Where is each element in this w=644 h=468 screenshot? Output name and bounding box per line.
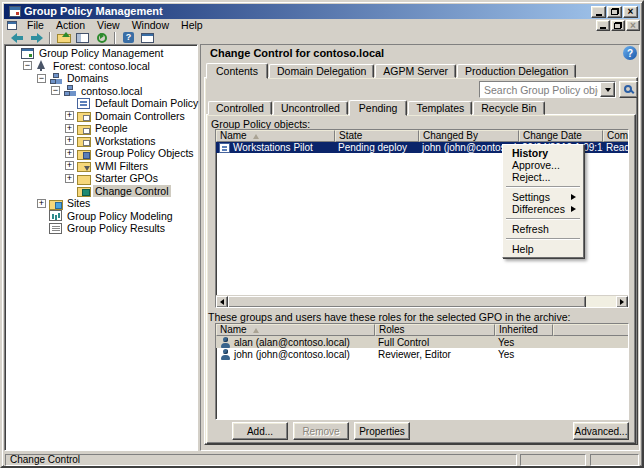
menu-item-action[interactable]: Action [50,19,91,31]
up-one-level-icon [57,32,70,43]
tree-expander[interactable]: − [23,61,32,70]
tree-item-people[interactable]: +People [6,122,196,135]
page-title: Change Control for contoso.local [210,47,384,59]
menu-bar: FileActionViewWindowHelp × [4,19,640,31]
column-header-label: Change Date [523,131,582,141]
new-window-button[interactable] [138,31,157,44]
tree-item-domain-controllers[interactable]: +Domain Controllers [6,110,196,123]
menu-item-label: Refresh [512,223,549,235]
tab-production-delegation[interactable]: Production Delegation [457,64,576,78]
tree-item-domains[interactable]: −Domains [6,72,196,85]
tree-expander[interactable]: + [65,174,74,183]
scroll-left-icon [217,299,224,305]
tab-pending[interactable]: Pending [349,100,408,116]
properties-button[interactable]: Properties [354,422,410,440]
child-window-icon[interactable] [7,21,17,30]
tab-domain-delegation[interactable]: Domain Delegation [269,64,374,78]
column-header-comment[interactable]: Comment [603,130,628,142]
tree-item-group-policy-management[interactable]: Group Policy Management [6,47,196,60]
table-row[interactable]: john (john@contoso.local)Reviewer, Edito… [216,348,628,360]
advanced-button[interactable]: Advanced... [573,422,629,440]
tree-expander[interactable]: + [37,199,46,208]
column-header-name[interactable]: Name [216,130,335,142]
restore-icon [614,22,622,29]
magnifier-icon [624,85,632,93]
menu-item-file[interactable]: File [21,19,50,31]
forest-icon [35,60,48,71]
context-menu-item-approve[interactable]: Approve... [504,159,582,171]
menu-item-view[interactable]: View [91,19,126,31]
minimize-icon [596,14,602,16]
tree-item-label: Workstations [93,135,158,147]
tree-expander[interactable]: + [65,111,74,120]
menu-item-help[interactable]: Help [175,19,209,31]
context-menu-item-differences[interactable]: Differences [504,203,582,215]
tree-item-group-policy-objects[interactable]: +Group Policy Objects [6,147,196,160]
tree-expander[interactable]: + [65,149,74,158]
column-header-changed-by[interactable]: Changed By [419,130,519,142]
tree-item-forest-contoso-local[interactable]: −Forest: contoso.local [6,60,196,73]
tree-item-default-domain-policy[interactable]: Default Domain Policy [6,97,196,110]
search-input[interactable] [480,82,600,97]
cell-name: alan (alan@contoso.local) [216,336,375,348]
table-row[interactable]: alan (alan@contoso.local)Full ControlYes [216,336,628,348]
tree-item-workstations[interactable]: +Workstations [6,135,196,148]
restore-button[interactable] [607,6,622,18]
help-button[interactable]: ? [623,46,637,60]
back-button[interactable] [8,31,27,44]
refresh-button[interactable] [92,31,111,44]
add-button[interactable]: Add... [232,422,288,440]
tree-item-contoso-local[interactable]: −contoso.local [6,85,196,98]
tree-item-starter-gpos[interactable]: +Starter GPOs [6,172,196,185]
tree-expander[interactable]: − [37,74,46,83]
up-one-level-button[interactable] [54,31,73,44]
menu-item-window[interactable]: Window [126,19,175,31]
tree-expander[interactable]: + [65,124,74,133]
column-header-roles[interactable]: Roles [375,324,495,336]
tab-agpm-server[interactable]: AGPM Server [375,64,456,78]
forward-button[interactable] [27,31,46,44]
tree-expander[interactable]: + [65,136,74,145]
tree-item-change-control[interactable]: Change Control [6,185,196,198]
context-menu-item-reject[interactable]: Reject... [504,171,582,183]
tab-templates[interactable]: Templates [408,101,472,115]
tab-controlled[interactable]: Controlled [208,101,272,115]
tree-expander[interactable]: + [65,161,74,170]
child-restore-button[interactable] [611,20,625,31]
tree-item-sites[interactable]: +Sites [6,197,196,210]
context-menu-item-help[interactable]: Help [504,243,582,255]
app-icon[interactable] [9,6,21,17]
column-header-state[interactable]: State [335,130,419,142]
roles-table: NameRolesInheritedalan (alan@contoso.loc… [215,323,629,420]
tree-expander[interactable]: − [51,86,60,95]
tab-recycle-bin[interactable]: Recycle Bin [473,101,544,115]
close-button[interactable]: × [623,6,638,18]
starter-folder-icon [77,173,90,184]
context-menu-item-refresh[interactable]: Refresh [504,223,582,235]
tree-item-group-policy-results[interactable]: Group Policy Results [6,222,196,235]
cell-inherited: Yes [495,337,553,348]
sites-folder-icon [49,198,62,209]
search-dropdown-button[interactable] [600,82,615,97]
column-header-inherited[interactable]: Inherited [495,324,553,336]
show-console-tree-button[interactable] [73,31,92,44]
search-button[interactable] [619,81,638,98]
column-header-name[interactable]: Name [216,324,375,336]
column-header-label: Name [220,325,247,335]
minimize-button[interactable] [591,6,606,18]
child-close-button: × [626,20,640,31]
context-menu-item-history[interactable]: History [504,147,582,159]
tree-item-wmi-filters[interactable]: +WMI Filters [6,160,196,173]
menu-item-label: History [512,147,548,159]
tab-contents[interactable]: Contents [206,63,268,79]
horizontal-scrollbar[interactable] [216,295,628,307]
context-menu-item-settings[interactable]: Settings [504,191,582,203]
help-button[interactable]: ? [119,31,138,44]
scroll-right-button[interactable] [616,296,628,308]
tree-item-group-policy-modeling[interactable]: Group Policy Modeling [6,210,196,223]
column-header-change-date[interactable]: Change Date [519,130,603,142]
scroll-thumb[interactable] [228,296,586,308]
scroll-left-button[interactable] [216,296,228,308]
child-minimize-button[interactable] [596,20,610,31]
tab-uncontrolled[interactable]: Uncontrolled [273,101,348,115]
